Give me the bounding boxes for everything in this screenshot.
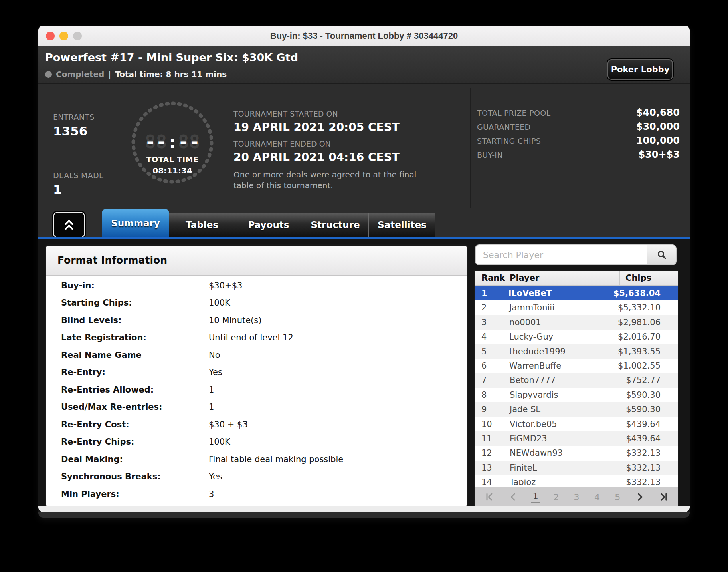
player-row[interactable]: 7 Beton7777 $752.77 xyxy=(475,373,678,387)
player-row[interactable]: 8 Slapyvardis $590.30 xyxy=(475,388,678,402)
player-row[interactable]: 3 no0001 $2,981.06 xyxy=(475,315,678,330)
format-row: Blind Levels: 10 Minute(s) xyxy=(46,312,467,329)
prize-row: TOTAL PRIZE POOL $40,680 xyxy=(477,107,680,121)
deals-made-value: 1 xyxy=(53,182,104,197)
page-3-button[interactable]: 3 xyxy=(572,492,581,502)
deal-note: One or more deals were agreed to at the … xyxy=(233,169,416,191)
entrants-block: ENTRANTS 1356 xyxy=(53,113,95,138)
format-row: Synchronous Breaks: Yes xyxy=(46,468,467,486)
previous-page-icon xyxy=(508,492,518,502)
prize-row: BUY-IN $30+$3 xyxy=(477,149,680,163)
deals-made-label: DEALS MADE xyxy=(53,171,104,180)
search-button[interactable] xyxy=(647,244,677,265)
prize-pool-summary: TOTAL PRIZE POOL $40,680 GUARANTEED $30,… xyxy=(477,107,680,163)
search-player-input[interactable] xyxy=(475,244,647,265)
deal-note-line1: One or more deals were agreed to at the … xyxy=(233,169,416,180)
page-1-button[interactable]: 1 xyxy=(531,491,540,503)
format-row: Re-Entry Cost: $30 + $3 xyxy=(46,416,467,433)
double-chevron-up-icon xyxy=(62,218,76,231)
player-row[interactable]: 9 Jade SL $590.30 xyxy=(475,402,678,417)
tab-strip: Summary Tables Payouts Structure Satelli… xyxy=(38,210,690,239)
deals-made-block: DEALS MADE 1 xyxy=(53,171,104,197)
tournament-lobby-window: Buy-in: $33 - Tournament Lobby # 3034447… xyxy=(38,26,690,518)
format-row: Late Registration: Until end of level 12 xyxy=(46,329,467,347)
players-rows: 1 iLoVeBeT $5,638.04 2 JammToniii $5,332… xyxy=(475,286,678,485)
page-5-button[interactable]: 5 xyxy=(613,492,622,502)
starting-chips-value: 100,000 xyxy=(636,135,680,146)
player-row[interactable]: 13 FiniteL $332.13 xyxy=(475,461,678,475)
first-page-icon xyxy=(485,492,495,502)
entrants-value: 1356 xyxy=(53,124,95,138)
status-dot-icon xyxy=(45,71,52,78)
last-page-icon xyxy=(659,492,668,502)
player-row[interactable]: 1 iLoVeBeT $5,638.04 xyxy=(475,286,678,300)
clock-lit-segments: --:-- xyxy=(131,131,214,153)
screen: Buy-in: $33 - Tournament Lobby # 3034447… xyxy=(0,0,728,572)
next-page-button[interactable] xyxy=(634,491,646,503)
tournament-times: TOURNAMENT STARTED ON 19 APRIL 2021 20:0… xyxy=(233,109,416,191)
clock-digital-display: 88:88 --:-- xyxy=(131,131,214,153)
format-row: Re-Entry: Yes xyxy=(46,364,467,381)
format-row: Real Name Game No xyxy=(46,346,467,364)
tournament-name: Powerfest #17 - Mini Super Six: $30K Gtd xyxy=(45,51,298,64)
player-row[interactable]: 12 NEWdawn93 $332.13 xyxy=(475,446,678,460)
deal-note-line2: table of this tournament. xyxy=(233,180,416,191)
status-text: Completed xyxy=(56,70,104,79)
page-2-button[interactable]: 2 xyxy=(552,492,560,502)
next-page-icon xyxy=(635,492,645,502)
status-separator: | xyxy=(108,70,111,79)
tournament-header: Powerfest #17 - Mini Super Six: $30K Gtd… xyxy=(38,46,690,84)
player-row[interactable]: 4 Lucky-Guy $2,016.70 xyxy=(475,330,678,344)
player-row[interactable]: 14 Tapioz $332.13 xyxy=(475,475,678,485)
previous-page-button[interactable] xyxy=(507,491,519,503)
vertical-divider xyxy=(471,88,471,208)
players-table: Rank Player Chips 1 iLoVeBeT $5,638.04 2… xyxy=(474,270,679,508)
format-row: Min Players: 3 xyxy=(46,485,467,503)
prize-row: GUARANTEED $30,000 xyxy=(477,121,680,135)
player-row[interactable]: 6 WarrenBuffe $1,002.55 xyxy=(475,359,678,373)
tab-structure[interactable]: Structure xyxy=(302,213,369,237)
format-row: Re-Entry Chips: 100K xyxy=(46,433,467,451)
collapse-panel-button[interactable] xyxy=(53,212,85,238)
first-page-button[interactable] xyxy=(484,491,496,503)
total-time-text: Total time: 8 hrs 11 mins xyxy=(115,70,227,79)
clock-label: TOTAL TIME xyxy=(131,155,214,164)
format-panel-title: Format Information xyxy=(57,254,167,266)
window-title: Buy-in: $33 - Tournament Lobby # 3034447… xyxy=(38,26,690,46)
tab-summary[interactable]: Summary xyxy=(102,209,169,237)
last-page-button[interactable] xyxy=(657,491,669,503)
tab-satellites[interactable]: Satellites xyxy=(369,213,435,237)
entrants-label: ENTRANTS xyxy=(53,113,95,121)
started-on-value: 19 APRIL 2021 20:05 CEST xyxy=(233,121,416,134)
total-prize-pool-label: TOTAL PRIZE POOL xyxy=(477,109,550,117)
players-panel: Rank Player Chips 1 iLoVeBeT $5,638.04 2… xyxy=(474,244,681,508)
format-rows: Buy-in: $30+$3 Starting Chips: 100K Blin… xyxy=(46,276,467,503)
content-area: Format Information Buy-in: $30+$3 Starti… xyxy=(38,239,690,512)
starting-chips-label: STARTING CHIPS xyxy=(477,137,541,145)
rank-column-header[interactable]: Rank xyxy=(475,271,506,285)
page-4-button[interactable]: 4 xyxy=(593,492,601,502)
tabs: Summary Tables Payouts Structure Satelli… xyxy=(102,209,435,237)
pagination-bar: 1 2 3 4 5 xyxy=(475,487,678,507)
player-row[interactable]: 10 Victor.be05 $439.64 xyxy=(475,417,678,431)
player-row[interactable]: 5 thedude1999 $1,393.55 xyxy=(475,344,678,359)
buy-in-label: BUY-IN xyxy=(477,151,503,159)
player-column-header[interactable]: Player xyxy=(506,271,620,285)
info-band: ENTRANTS 1356 DEALS MADE 1 88:88 --:-- T… xyxy=(38,84,690,212)
search-icon xyxy=(657,250,667,260)
player-row[interactable]: 11 FiGMD23 $439.64 xyxy=(475,431,678,446)
chips-column-header[interactable]: Chips xyxy=(620,271,678,285)
format-row: Buy-in: $30+$3 xyxy=(46,277,467,294)
tab-tables[interactable]: Tables xyxy=(169,213,235,237)
format-row: Deal Making: Final table deal making pos… xyxy=(46,451,467,468)
clock-total-time-value: 08:11:34 xyxy=(131,166,214,175)
prize-row: STARTING CHIPS 100,000 xyxy=(477,135,680,149)
players-table-header: Rank Player Chips xyxy=(475,271,678,286)
window-bottom-edge xyxy=(38,506,690,512)
tab-payouts[interactable]: Payouts xyxy=(235,213,302,237)
format-row: Starting Chips: 100K xyxy=(46,294,467,312)
total-prize-pool-value: $40,680 xyxy=(636,107,680,118)
player-row[interactable]: 2 JammToniii $5,332.10 xyxy=(475,300,678,315)
ended-on-value: 20 APRIL 2021 04:16 CEST xyxy=(233,151,416,164)
poker-lobby-button[interactable]: Poker Lobby xyxy=(607,59,673,80)
